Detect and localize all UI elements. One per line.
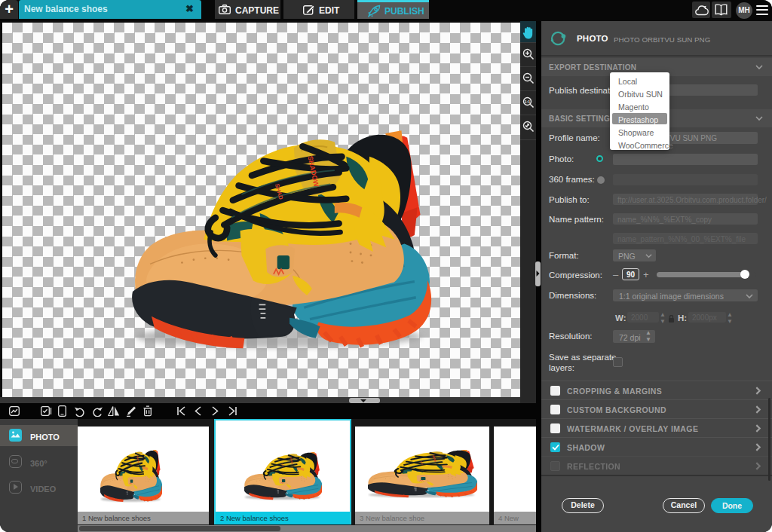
svg-text:1:1: 1:1: [525, 99, 531, 104]
